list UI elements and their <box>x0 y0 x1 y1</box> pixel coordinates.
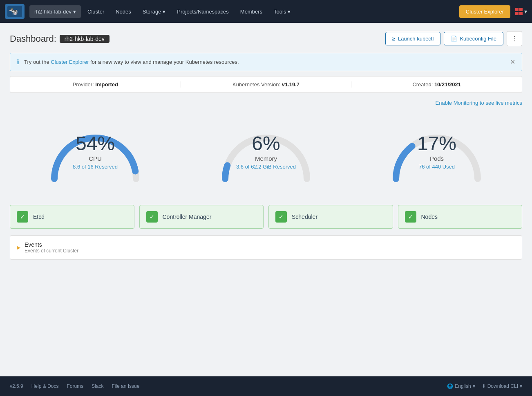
page-title: Dashboard: rh2-hkb-lab-dev <box>10 34 110 44</box>
language-selector[interactable]: 🌐 English ▾ <box>447 383 475 389</box>
footer-slack[interactable]: Slack <box>92 383 103 389</box>
cpu-detail: 8.6 of 16 Reserved <box>73 164 118 170</box>
memory-gauge-center: 6% Memory 3.6 of 62.2 GiB Reserved <box>236 134 296 170</box>
nodes-check-icon: ✓ <box>405 211 416 223</box>
cluster-explorer-link[interactable]: Cluster Explorer <box>51 59 89 65</box>
launch-kubectl-button[interactable]: ≥ Launch kubectl <box>385 32 440 45</box>
controller-manager-label: Controller Manager <box>163 214 212 220</box>
kubeconfig-button[interactable]: 📄 Kubeconfig File <box>444 32 503 45</box>
page-header: Dashboard: rh2-hkb-lab-dev ≥ Launch kube… <box>10 31 522 46</box>
footer-help[interactable]: Help & Docs <box>31 383 59 389</box>
kubectl-icon: ≥ <box>392 36 396 42</box>
pods-gauge: 17% Pods 76 of 440 Used <box>351 109 522 195</box>
file-icon: 📄 <box>451 36 457 42</box>
events-section: ▶ Events Events of current Cluster <box>10 235 522 260</box>
k8s-version-info: Kubernetes Version: v1.19.7 <box>181 81 351 88</box>
nav-cluster[interactable]: Cluster <box>83 5 109 18</box>
scheduler-status: ✓ Scheduler <box>268 205 393 229</box>
memory-percent: 6% <box>236 134 296 153</box>
pods-percent: 17% <box>417 134 456 153</box>
grid-icon[interactable] <box>515 8 523 15</box>
footer-forums[interactable]: Forums <box>67 383 83 389</box>
controller-manager-status: ✓ Controller Manager <box>139 205 264 229</box>
events-chevron-icon: ▶ <box>17 245 20 250</box>
cluster-name-badge: rh2-hkb-lab-dev <box>60 35 110 43</box>
chevron-down-icon: ▾ <box>73 9 76 15</box>
info-banner: ℹ Try out the Cluster Explorer for a new… <box>10 53 522 71</box>
cpu-label: CPU <box>73 155 118 162</box>
logo[interactable]: 🐄 <box>5 4 25 19</box>
monitoring-link[interactable]: Enable Monitoring to see live metrics <box>436 100 522 106</box>
svg-text:🐄: 🐄 <box>9 7 18 16</box>
more-actions-button[interactable]: ⋮ <box>507 31 522 46</box>
memory-label: Memory <box>236 155 296 162</box>
footer-right: 🌐 English ▾ ⬇ Download CLI ▾ <box>447 383 522 389</box>
download-icon: ⬇ <box>482 383 486 389</box>
etcd-label: Etcd <box>33 214 45 220</box>
controller-check-icon: ✓ <box>146 211 158 223</box>
nav-tools[interactable]: Tools ▾ <box>269 5 295 18</box>
pods-detail: 76 of 440 Used <box>417 164 456 170</box>
provider-info: Provider: Imported <box>10 81 181 88</box>
nav-grid-dropdown[interactable]: ▾ <box>524 8 527 15</box>
scheduler-check-icon: ✓ <box>275 211 287 223</box>
download-cli-button[interactable]: ⬇ Download CLI ▾ <box>482 383 522 389</box>
info-banner-close[interactable]: ✕ <box>510 58 515 66</box>
cluster-explorer-button[interactable]: Cluster Explorer <box>459 5 510 18</box>
gauges-row: 54% CPU 8.6 of 16 Reserved 6% Memory 3.6… <box>10 109 522 195</box>
scheduler-label: Scheduler <box>292 214 317 220</box>
nav-storage[interactable]: Storage ▾ <box>138 5 171 18</box>
chevron-down-icon: ▾ <box>473 383 475 389</box>
events-subtitle: Events of current Cluster <box>25 248 78 254</box>
memory-detail: 3.6 of 62.2 GiB Reserved <box>236 164 296 170</box>
chevron-down-icon: ▾ <box>163 9 165 15</box>
globe-icon: 🌐 <box>447 383 453 389</box>
chevron-down-icon: ▾ <box>520 383 522 389</box>
main-content: Dashboard: rh2-hkb-lab-dev ≥ Launch kube… <box>0 23 532 376</box>
nav-nodes[interactable]: Nodes <box>111 5 136 18</box>
memory-gauge: 6% Memory 3.6 of 62.2 GiB Reserved <box>181 109 351 195</box>
provider-bar: Provider: Imported Kubernetes Version: v… <box>10 76 522 93</box>
chevron-down-icon: ▾ <box>288 9 291 15</box>
info-text: Try out the Cluster Explorer for a new w… <box>24 59 505 65</box>
footer: v2.5.9 Help & Docs Forums Slack File an … <box>0 376 532 396</box>
etcd-check-icon: ✓ <box>17 211 28 223</box>
created-info: Created: 10/21/2021 <box>351 81 522 88</box>
pods-gauge-center: 17% Pods 76 of 440 Used <box>417 134 456 170</box>
footer-version: v2.5.9 <box>10 383 23 389</box>
nav-right: Cluster Explorer ▾ <box>459 5 527 18</box>
nav-members[interactable]: Members <box>235 5 267 18</box>
nodes-status: ✓ Nodes <box>398 205 523 229</box>
header-actions: ≥ Launch kubectl 📄 Kubeconfig File ⋮ <box>385 31 522 46</box>
status-row: ✓ Etcd ✓ Controller Manager ✓ Scheduler … <box>10 205 522 229</box>
footer-file-issue[interactable]: File an Issue <box>112 383 139 389</box>
topnav: 🐄 rh2-hkb-lab-dev ▾ Cluster Nodes Storag… <box>0 0 532 23</box>
nav-projects[interactable]: Projects/Namespaces <box>172 5 233 18</box>
events-title: Events <box>25 241 78 248</box>
cpu-percent: 54% <box>73 134 118 153</box>
nodes-label: Nodes <box>421 214 438 220</box>
events-header[interactable]: ▶ Events Events of current Cluster <box>10 236 522 259</box>
cpu-gauge-center: 54% CPU 8.6 of 16 Reserved <box>73 134 118 170</box>
events-title-group: Events Events of current Cluster <box>25 241 78 254</box>
nav-cluster-dropdown[interactable]: rh2-hkb-lab-dev ▾ <box>29 5 81 18</box>
info-icon: ℹ <box>17 58 19 66</box>
cpu-gauge: 54% CPU 8.6 of 16 Reserved <box>10 109 181 195</box>
pods-label: Pods <box>417 155 456 162</box>
monitoring-link-row: Enable Monitoring to see live metrics <box>10 99 522 106</box>
etcd-status: ✓ Etcd <box>10 205 134 229</box>
